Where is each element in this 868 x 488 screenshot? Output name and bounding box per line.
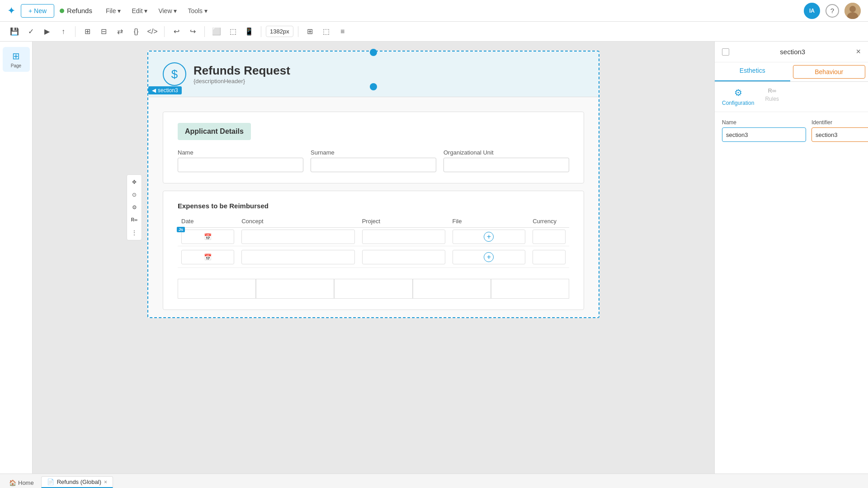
menu-view[interactable]: View ▾ — [154, 5, 181, 17]
surname-label: Surname — [311, 149, 436, 156]
expenses-table-header-row: Date Concept Project File Currency — [178, 215, 569, 228]
sub-tab-configuration[interactable]: ⚙ Configuration — [722, 87, 754, 106]
section-label[interactable]: ◀ section3 — [148, 86, 182, 94]
tab-behaviour[interactable]: Behaviour — [793, 65, 866, 79]
currency-input-1[interactable] — [533, 230, 566, 244]
bottom-field-1[interactable] — [178, 279, 256, 299]
play-button[interactable]: ▶ — [40, 24, 54, 39]
form-description: {descriptionHeader} — [193, 78, 290, 84]
panel-header: section3 × — [715, 42, 868, 62]
undo-button[interactable]: ↩ — [169, 24, 184, 39]
logo-icon[interactable]: ✦ — [7, 5, 15, 17]
px-value[interactable]: 1382px — [266, 26, 293, 37]
panel-identifier-input[interactable] — [811, 127, 868, 142]
bottom-field-3[interactable] — [334, 279, 412, 299]
divider-5 — [298, 26, 298, 37]
form-title: Refunds Request — [193, 64, 290, 78]
tablet-button[interactable]: ⬚ — [226, 24, 240, 39]
expenses-table: Date Concept Project File Currency Js — [178, 215, 569, 268]
move-tool[interactable]: ✥ — [129, 177, 140, 188]
form-canvas: $ Refunds Request {descriptionHeader} ◀ … — [147, 51, 599, 318]
sidebar-item-page[interactable]: ⊞ Page — [3, 47, 30, 72]
sidebar-item-page-label: Page — [11, 63, 21, 68]
org-unit-input[interactable] — [443, 158, 569, 172]
panel-fields: Name Identifier — [715, 112, 868, 149]
target-tool[interactable]: ⊙ — [129, 189, 140, 200]
code-button[interactable]: {} — [129, 24, 143, 39]
currency-cell-2 — [529, 246, 569, 268]
resize-handle-top[interactable] — [370, 49, 377, 56]
canvas-area[interactable]: $ Refunds Request {descriptionHeader} ◀ … — [33, 42, 714, 474]
field-surname: Surname — [311, 149, 436, 172]
file-input-1[interactable]: + — [453, 230, 526, 244]
toolbar: 💾 ✓ ▶ ↑ ⊞ ⊟ ⇄ {} </> ↩ ↪ ⬜ ⬚ 📱 1382px ⊞ … — [0, 22, 868, 42]
svg-point-1 — [849, 6, 856, 12]
tab-home[interactable]: 🏠 Home — [4, 478, 39, 488]
tab-esthetics[interactable]: Esthetics — [715, 62, 790, 81]
project-cell-2 — [359, 246, 449, 268]
org-unit-label: Organizational Unit — [443, 149, 569, 156]
source-button[interactable]: </> — [145, 24, 160, 39]
more-tool[interactable]: ⋮ — [129, 227, 140, 238]
ia-avatar[interactable]: IA — [804, 3, 820, 19]
mobile-button[interactable]: 📱 — [242, 24, 256, 39]
file-plus-icon-2[interactable]: + — [484, 252, 494, 262]
resize-handle-mid[interactable] — [370, 83, 377, 90]
project-input-2[interactable] — [362, 250, 445, 264]
date-input-2[interactable]: 📅 — [181, 250, 234, 264]
panel-name-input[interactable] — [722, 127, 806, 142]
project-input-1[interactable] — [362, 230, 445, 244]
concept-input-2[interactable] — [241, 250, 354, 264]
check-button[interactable]: ✓ — [24, 24, 38, 39]
form-header-text: Refunds Request {descriptionHeader} — [193, 64, 290, 84]
file-plus-icon-1[interactable]: + — [484, 232, 494, 242]
settings-tool[interactable]: ⚙ — [129, 202, 140, 213]
applicant-fields-row: Name Surname Organizational Unit — [178, 149, 569, 172]
date-input-1[interactable]: 📅 — [181, 230, 234, 244]
variables-tool[interactable]: R∞ — [129, 215, 140, 225]
save-button[interactable]: 💾 — [7, 24, 22, 39]
help-button[interactable]: ? — [826, 4, 839, 18]
bottom-field-5[interactable] — [491, 279, 569, 299]
sub-tab-rules[interactable]: R∞ Rules — [765, 87, 779, 106]
section-wrapper: ◀ section3 ✥ ⊙ ⚙ R∞ ⋮ Applicant Details … — [148, 97, 599, 317]
upload-button[interactable]: ↑ — [56, 24, 71, 39]
bottom-field-2[interactable] — [256, 279, 334, 299]
menu-file[interactable]: File ▾ — [101, 5, 125, 17]
layers-button[interactable]: ⊟ — [96, 24, 111, 39]
currency-input-2[interactable] — [533, 250, 566, 264]
col-project: Project — [359, 215, 449, 228]
panel-identifier-group: Identifier — [811, 119, 868, 142]
redo-button[interactable]: ↪ — [185, 24, 200, 39]
surname-input[interactable] — [311, 158, 436, 172]
panel-name-group: Name — [722, 119, 806, 142]
panel-tabs: Esthetics Behaviour — [715, 62, 868, 82]
table-row: Js 📅 — [178, 228, 569, 246]
new-button[interactable]: + New — [21, 4, 54, 18]
main-layout: ⊞ Page $ Refunds Request {descriptionHea… — [0, 42, 868, 474]
layout3-button[interactable]: ≡ — [335, 24, 350, 39]
menu-tools[interactable]: Tools ▾ — [183, 5, 212, 17]
layout2-button[interactable]: ⬚ — [319, 24, 334, 39]
col-file: File — [449, 215, 529, 228]
bottom-field-4[interactable] — [413, 279, 491, 299]
status-dot — [60, 9, 64, 13]
concept-input-1[interactable] — [241, 230, 354, 244]
tab-refunds[interactable]: 📄 Refunds (Global) × — [41, 476, 113, 488]
panel-close-button[interactable]: × — [856, 47, 861, 56]
divider-3 — [204, 26, 205, 37]
name-input[interactable] — [178, 158, 303, 172]
user-avatar[interactable] — [844, 3, 861, 19]
menu-edit[interactable]: Edit ▾ — [127, 5, 152, 17]
components-button[interactable]: ⊞ — [80, 24, 94, 39]
panel-checkbox[interactable] — [722, 48, 729, 56]
layout1-button[interactable]: ⊞ — [303, 24, 317, 39]
nav-right: IA ? — [804, 3, 861, 19]
desktop-button[interactable]: ⬜ — [209, 24, 224, 39]
file-input-2[interactable]: + — [453, 250, 526, 264]
divider-4 — [261, 26, 261, 37]
refunds-tab-close[interactable]: × — [104, 479, 107, 485]
data-button[interactable]: ⇄ — [113, 24, 127, 39]
field-name: Name — [178, 149, 303, 172]
calendar-icon-1: 📅 — [204, 233, 212, 240]
